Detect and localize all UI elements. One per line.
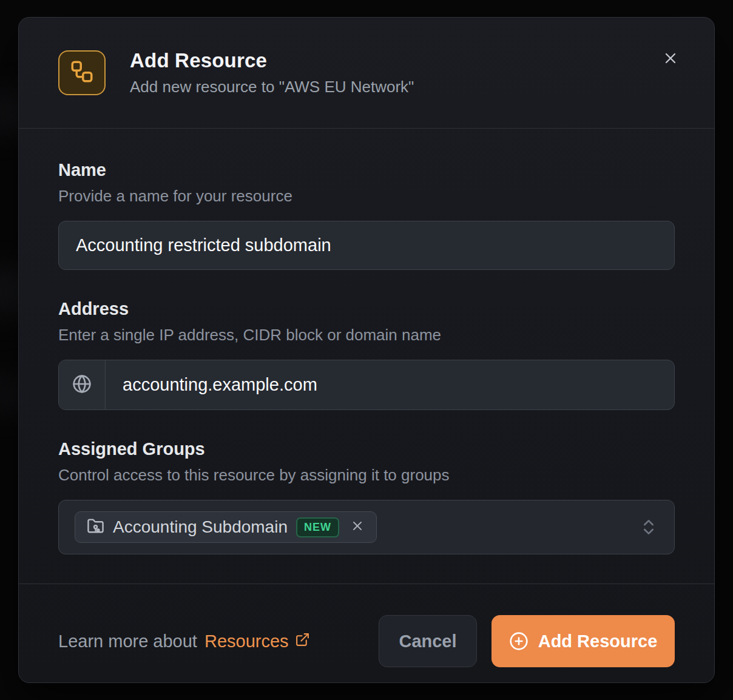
modal-header: Add Resource Add new resource to "AWS EU… <box>19 18 714 129</box>
x-icon <box>350 519 365 536</box>
add-resource-button-label: Add Resource <box>538 631 658 651</box>
groups-section: Assigned Groups Control access to this r… <box>58 439 675 554</box>
group-tag-label: Accounting Subdomain <box>113 517 288 537</box>
cancel-button[interactable]: Cancel <box>379 615 477 667</box>
address-section: Address Enter a single IP address, CIDR … <box>58 299 675 410</box>
learn-more-text: Learn more about <box>58 631 197 651</box>
footer-actions: Cancel Add Resource <box>379 615 675 667</box>
folder-group-icon <box>87 517 104 537</box>
external-link-icon <box>295 631 310 651</box>
remove-group-button[interactable] <box>350 519 365 536</box>
screen-backdrop: Add Resource Add new resource to "AWS EU… <box>0 0 733 700</box>
new-badge: NEW <box>296 517 339 537</box>
close-button[interactable] <box>658 47 683 71</box>
add-resource-modal: Add Resource Add new resource to "AWS EU… <box>18 17 715 683</box>
resources-link[interactable]: Resources <box>204 631 310 651</box>
modal-body: Name Provide a name for your resource Ad… <box>19 129 714 584</box>
name-description: Provide a name for your resource <box>58 187 675 206</box>
workflow-icon <box>69 59 95 87</box>
groups-label: Assigned Groups <box>58 439 675 459</box>
groups-multiselect[interactable]: Accounting Subdomain NEW <box>58 500 675 554</box>
address-prefix <box>59 360 106 409</box>
name-input[interactable] <box>58 221 675 270</box>
modal-footer: Learn more about Resources Cancel <box>19 584 714 683</box>
x-icon <box>662 50 679 69</box>
learn-more: Learn more about Resources <box>58 631 310 651</box>
address-input-group <box>58 360 675 410</box>
address-input[interactable] <box>106 360 674 409</box>
resource-icon-badge <box>58 50 106 95</box>
name-section: Name Provide a name for your resource <box>58 160 675 270</box>
circle-plus-icon <box>509 631 529 651</box>
modal-title: Add Resource <box>130 49 414 72</box>
address-description: Enter a single IP address, CIDR block or… <box>58 326 675 345</box>
address-label: Address <box>58 299 675 319</box>
group-tag: Accounting Subdomain NEW <box>75 511 377 543</box>
groups-description: Control access to this resource by assig… <box>58 466 675 485</box>
header-texts: Add Resource Add new resource to "AWS EU… <box>130 49 414 96</box>
modal-subtitle: Add new resource to "AWS EU Network" <box>130 78 414 96</box>
resources-link-label: Resources <box>204 631 289 651</box>
name-label: Name <box>58 160 675 180</box>
add-resource-button[interactable]: Add Resource <box>491 615 675 667</box>
globe-icon <box>72 374 92 396</box>
chevrons-up-down-icon[interactable] <box>639 517 658 537</box>
